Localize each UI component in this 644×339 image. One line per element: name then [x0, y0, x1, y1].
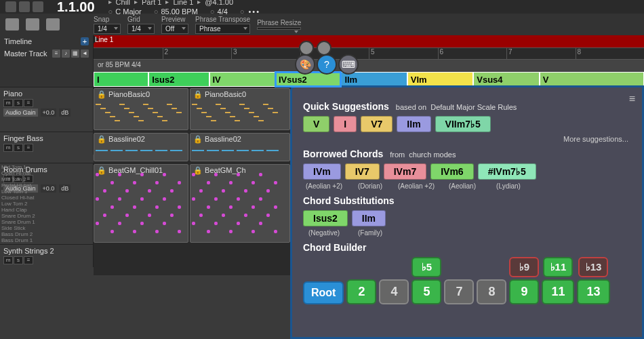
chord-chip[interactable]: IVm7	[384, 163, 426, 180]
chord-chip[interactable]: IIm	[352, 210, 386, 226]
master-icon[interactable]: ▦	[71, 49, 79, 58]
track-header[interactable]: Finger Bass ms≡	[0, 132, 94, 155]
chord-chip[interactable]: IVm	[303, 163, 341, 180]
track-menu-button[interactable]: ≡	[24, 256, 33, 264]
builder-root-button[interactable]: Root	[303, 281, 344, 304]
key-label[interactable]: C Major	[108, 7, 142, 16]
chord-substitutions-title: Chord Substitutions	[303, 195, 395, 206]
builder-interval-button[interactable]: 11	[542, 279, 574, 304]
chord-block[interactable]: Vsus4	[473, 72, 539, 87]
view-icon[interactable]	[26, 18, 39, 31]
track-header[interactable]: Room Drums ms≡Audio Gain+0.0dBMid Tom 1O…	[0, 163, 94, 244]
builder-interval-button[interactable]: ♭11	[543, 257, 573, 277]
builder-interval-button[interactable]: 9	[509, 279, 539, 304]
more-menu-icon[interactable]: •••	[240, 7, 260, 16]
chord-chip[interactable]: I	[334, 116, 357, 132]
phrase-resize-select[interactable]	[257, 27, 301, 30]
gain-value[interactable]: +0.0	[41, 108, 57, 117]
master-icon[interactable]: ≡	[52, 49, 60, 58]
solo-button[interactable]: s	[14, 256, 23, 264]
snap-select[interactable]: 1/4	[94, 24, 121, 34]
timeline-strip[interactable]: Line 1	[94, 35, 644, 47]
mute-button[interactable]: m	[3, 99, 13, 107]
bar-ruler[interactable]: 2345678	[94, 47, 644, 60]
file-icon[interactable]	[5, 18, 19, 31]
bubble-small-icon[interactable]	[299, 41, 314, 56]
chord-chip[interactable]: IVm6	[430, 163, 473, 180]
more-suggestions-link[interactable]: More suggestions...	[303, 135, 628, 143]
grid-select[interactable]: 1/4	[127, 24, 155, 34]
palette-icon[interactable]: 🎨	[295, 54, 315, 75]
clip[interactable]: 🔒 BeatGM_Ch	[190, 164, 290, 243]
mute-button[interactable]: m	[3, 256, 13, 264]
timesig-label[interactable]: 4/4	[210, 7, 228, 16]
chord-block[interactable]: IV	[209, 72, 275, 87]
help-icon[interactable]: ?	[317, 54, 337, 75]
builder-interval-button[interactable]: 2	[346, 279, 376, 304]
phrase-transpose-select[interactable]: Phrase	[195, 24, 250, 34]
ruler-tick: 2	[163, 48, 169, 59]
clip[interactable]: 🔒 PianoBasic0	[94, 88, 188, 130]
gain-value[interactable]: +0.0	[41, 184, 57, 193]
track-menu-button[interactable]: ≡	[24, 99, 33, 107]
mute-button[interactable]: m	[3, 144, 13, 152]
master-icon[interactable]: ♪	[62, 49, 70, 58]
chord-track[interactable]: IIsus2IVIVsus2IImVImVsus4V	[94, 72, 644, 87]
builder-interval-button[interactable]: 13	[577, 279, 609, 304]
builder-interval-button[interactable]: 8	[477, 279, 506, 304]
chord-block[interactable]: I	[94, 72, 148, 87]
chord-chip[interactable]: IV7	[345, 163, 380, 180]
add-line-button[interactable]: +	[81, 37, 89, 45]
builder-interval-button[interactable]: 5	[411, 279, 441, 304]
track-header[interactable]: Piano ms≡Audio Gain+0.0dB	[0, 87, 94, 132]
chord-chip[interactable]: Isus2	[303, 210, 348, 226]
track-header[interactable]: Synth Strings 2 ms≡	[0, 244, 94, 267]
chord-block[interactable]: V	[540, 72, 644, 87]
builder-interval-button[interactable]: ♭13	[578, 257, 608, 277]
solo-button[interactable]: s	[14, 99, 23, 107]
chord-chip[interactable]: #IVm7♭5	[478, 163, 536, 180]
stop-icon[interactable]	[19, 1, 30, 12]
chord-block[interactable]: Isus2	[148, 72, 209, 87]
piano-icon[interactable]: ⌨	[338, 54, 359, 75]
track-name: Finger Bass	[3, 134, 89, 142]
ruler-tick: 5	[369, 48, 375, 59]
breadcrumb[interactable]: ▸ Chill ▸ Part 1 ▸ Line 1 ▸ @4.1.00	[108, 0, 260, 6]
clip[interactable]: 🔒 BeatGM_Chill01	[94, 164, 188, 243]
ruler-tick: 7	[506, 48, 512, 59]
chip-caption: (Lydian)	[487, 182, 529, 190]
builder-interval-button[interactable]: 7	[444, 279, 474, 304]
chip-caption: (Aeolian +2)	[303, 182, 345, 190]
chord-builder-title: Chord Builder	[303, 242, 366, 253]
clip[interactable]: 🔒 Bassline02	[190, 133, 290, 161]
solo-button[interactable]: s	[14, 144, 23, 152]
drum-labels: Mid Tom 1Open Hi-hatMid Tom 2Pedal Hi-ha…	[0, 163, 41, 244]
rec-icon[interactable]	[33, 1, 43, 12]
chord-chip[interactable]: IIm	[397, 116, 430, 132]
ruler-tick: 6	[438, 48, 444, 59]
preview-select[interactable]: Off	[161, 24, 188, 34]
play-icon[interactable]	[5, 1, 16, 12]
chip-caption: (Negative)	[303, 229, 345, 237]
builder-interval-button[interactable]: 4	[379, 279, 409, 304]
track-menu-button[interactable]: ≡	[24, 144, 33, 152]
clip[interactable]: 🔒 PianoBasic0	[190, 88, 290, 130]
bpm-label[interactable]: 85.00 BPM	[154, 7, 198, 16]
master-icon[interactable]: ◄	[81, 49, 89, 58]
chord-block[interactable]: VIm	[407, 72, 473, 87]
clip[interactable]: 🔒 Bassline02	[94, 133, 188, 161]
builder-interval-button[interactable]: ♭9	[509, 257, 539, 277]
chord-chip[interactable]: VIIm7♭5	[435, 116, 491, 132]
quick-suggestions-title: Quick Suggestions	[303, 101, 389, 112]
bubble-small-icon[interactable]	[317, 41, 331, 56]
timeline-label: Timeline	[4, 37, 32, 45]
chord-chip[interactable]: V	[303, 116, 329, 132]
tape-icon[interactable]	[46, 18, 60, 31]
panel-menu-icon[interactable]: ≡	[629, 93, 635, 105]
ruler-tick: 8	[576, 48, 582, 59]
track-name: Synth Strings 2	[3, 247, 89, 255]
chip-caption: (Aeolian)	[441, 182, 483, 190]
builder-interval-button[interactable]: ♭5	[411, 257, 441, 277]
chord-chip[interactable]: V7	[361, 116, 393, 132]
chip-caption: (Family)	[349, 229, 391, 237]
